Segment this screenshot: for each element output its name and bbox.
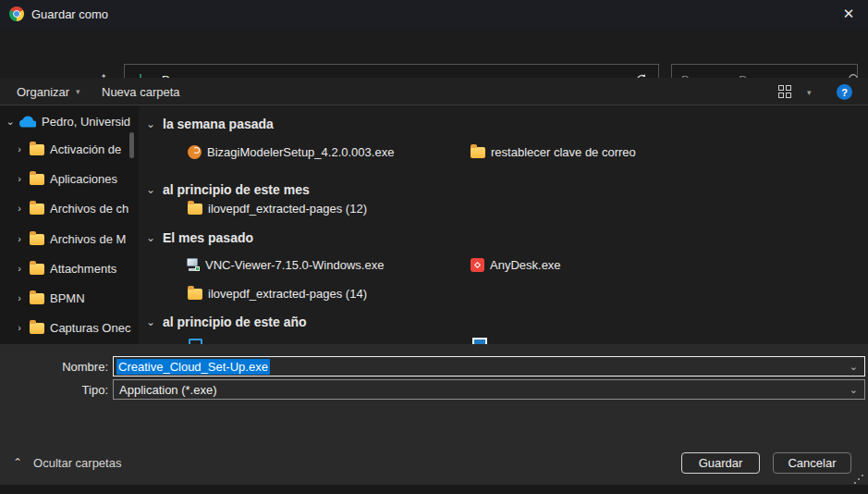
grid-view-icon [778,85,791,98]
sidebar-item-onedrive-root[interactable]: ⌄ Pedro, Universid [0,107,139,135]
folder-tree-sidebar: ⌄ Pedro, Universid › Activación de › Apl… [0,105,139,344]
navigation-bar: ← → ⌄ ↑ › Descargas › ⌄ [0,28,868,78]
filename-input[interactable]: Creative_Cloud_Set-Up.exe ⌄ [113,356,865,377]
file-item[interactable]: ilovepdf_extracted-pages (12) [188,200,367,216]
cancel-button[interactable]: Cancelar [773,452,851,474]
new-folder-label: Nueva carpeta [102,85,180,99]
file-name: BizagiModelerSetup_4.2.0.003.exe [207,145,394,159]
folder-icon [30,174,44,185]
file-item[interactable]: AnyDesk.exe [471,256,561,273]
close-button[interactable]: ✕ [835,2,862,26]
onedrive-cloud-icon [18,116,36,128]
sidebar-item-folder[interactable]: › BPMN [0,284,139,312]
group-label: al principio de este año [163,315,307,329]
sidebar-item-label: Pedro, Universid [42,115,130,129]
help-button[interactable]: ? [837,84,852,100]
sidebar-item-folder[interactable]: › Activación de [0,135,139,163]
file-item[interactable]: VNC-Viewer-7.15.0-Windows.exe [186,256,384,273]
sidebar-item-label: Aplicaciones [50,172,117,186]
sidebar-item-label: Activación de [50,142,121,156]
file-list: ⌄ la semana pasada BizagiModelerSetup_4.… [139,105,868,344]
file-item[interactable]: ilovepdf_extracted-pages (14) [188,285,367,302]
folder-icon [30,234,44,245]
anydesk-exe-icon [471,258,484,272]
folder-icon [188,204,202,215]
save-as-dialog: Guardar como ✕ ← → ⌄ ↑ › Descargas › ⌄ [0,0,868,494]
chevron-down-icon[interactable]: ⌄ [850,384,858,396]
view-mode-button[interactable] [778,85,791,98]
chevron-right-icon[interactable]: › [13,263,26,274]
chevron-down-icon: ▾ [76,87,80,96]
chevron-right-icon[interactable]: › [13,292,26,303]
folder-icon [471,147,485,158]
hide-folders-button[interactable]: ⌃ Ocultar carpetas [13,453,121,472]
group-label: la semana pasada [163,117,274,131]
filetype-value: Application (*.exe) [114,383,217,397]
sidebar-item-label: Archivos de ch [50,202,128,216]
folder-icon [30,144,44,155]
chevron-up-icon: ⌃ [13,456,22,469]
chevron-down-icon[interactable]: ⌄ [850,361,858,373]
file-item[interactable]: BizagiModelerSetup_4.2.0.003.exe [188,143,394,160]
type-label: Tipo: [0,383,108,397]
toolbar: Organizar ▾ Nueva carpeta ▾ [0,78,868,105]
name-label: Nombre: [0,360,108,374]
file-name: ilovepdf_extracted-pages (12) [208,202,367,216]
titlebar: Guardar como ✕ [0,0,868,28]
resize-grip[interactable] [854,482,856,484]
file-item[interactable]: restablecer clave de correo [471,143,636,160]
chevron-down-icon: ⌄ [146,183,163,196]
sidebar-item-label: Archivos de M [50,232,126,246]
new-folder-button[interactable]: Nueva carpeta [102,78,180,105]
sidebar-item-label: Capturas Onec [50,321,130,335]
chevron-down-icon[interactable]: ⌄ [4,116,17,128]
file-name: ilovepdf_extracted-pages (14) [208,287,367,301]
folder-icon [30,264,44,275]
folder-icon [30,204,44,215]
chevron-right-icon[interactable]: › [13,173,26,184]
window-title: Guardar como [31,0,108,28]
organize-label: Organizar [17,85,69,99]
chevron-down-icon: ⌄ [146,315,163,328]
chrome-icon [9,6,24,21]
sidebar-item-folder[interactable]: › Aplicaciones [0,165,139,192]
folder-icon [188,289,202,300]
sidebar-item-folder[interactable]: › Attachments [0,254,139,282]
group-header[interactable]: ⌄ al principio de este mes [146,181,310,198]
chevron-right-icon[interactable]: › [13,322,26,333]
chevron-down-icon: ⌄ [146,231,163,244]
dialog-footer: Nombre: Creative_Cloud_Set-Up.exe ⌄ Tipo… [0,344,868,485]
clipped-file-icon[interactable] [472,338,487,344]
sidebar-item-folder[interactable]: › Archivos de M [0,225,139,253]
sidebar-item-folder[interactable]: › Archivos de ch [0,194,139,222]
chevron-right-icon[interactable]: › [13,143,26,154]
sidebar-item-folder[interactable]: › Capturas Onec [0,314,139,341]
group-header[interactable]: ⌄ El mes pasado [146,229,253,246]
content-area: ⌄ Pedro, Universid › Activación de › Apl… [0,105,868,344]
file-name: VNC-Viewer-7.15.0-Windows.exe [205,258,384,272]
save-button[interactable]: Guardar [681,452,760,474]
organize-button[interactable]: Organizar ▾ [17,78,80,105]
sidebar-item-label: BPMN [50,291,85,305]
folder-icon [30,323,44,334]
filetype-select[interactable]: Application (*.exe) ⌄ [113,379,865,400]
chevron-down-icon: ⌄ [146,117,163,130]
file-name: AnyDesk.exe [490,258,561,272]
sidebar-scrollbar-thumb[interactable] [129,132,134,158]
hide-folders-label: Ocultar carpetas [33,456,121,470]
group-header[interactable]: ⌄ al principio de este año [146,314,307,330]
folder-icon [30,293,44,304]
sidebar-item-label: Attachments [50,262,116,276]
chevron-right-icon[interactable]: › [13,203,26,214]
vnc-exe-icon [186,258,200,271]
file-name: restablecer clave de correo [491,145,636,159]
bizagi-exe-icon [188,145,202,159]
window-bottom-edge [0,485,868,494]
group-label: El mes pasado [163,230,253,245]
group-header[interactable]: ⌄ la semana pasada [146,116,274,132]
view-dropdown-icon[interactable]: ▾ [807,88,812,97]
chevron-right-icon[interactable]: › [13,233,26,244]
group-label: al principio de este mes [163,182,310,197]
filename-selected-text: Creative_Cloud_Set-Up.exe [116,359,270,375]
